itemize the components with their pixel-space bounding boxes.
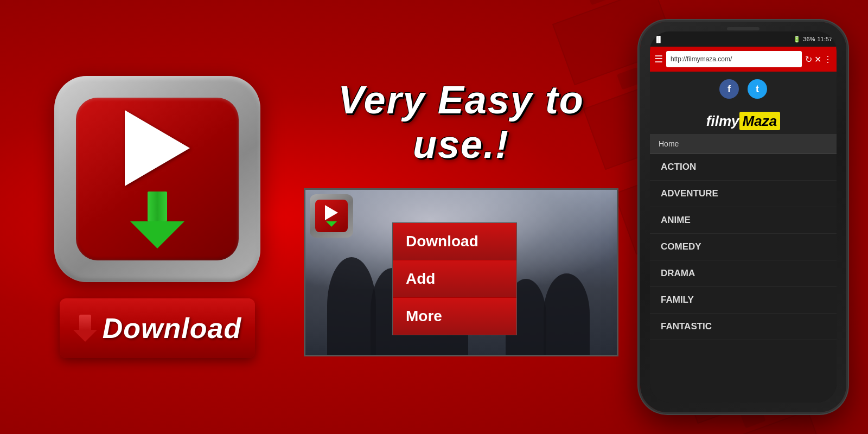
logo-maza-text: Maza xyxy=(739,112,781,130)
genre-item-family[interactable]: FAMILY xyxy=(650,287,837,314)
social-icons-row: f t xyxy=(650,72,837,106)
dl-arrow-bottom xyxy=(73,330,97,342)
url-text: http://filmymaza.com/ xyxy=(671,55,732,63)
genre-item-fantastic[interactable]: FANTASTIC xyxy=(650,314,837,340)
headline-text: Very Easy to use.! xyxy=(304,78,618,167)
download-btn-arrow-icon xyxy=(73,315,97,342)
context-menu-download[interactable]: Download xyxy=(393,223,516,260)
genre-list: ACTION ADVENTURE ANIME COMEDY DRAMA FAMI… xyxy=(650,154,837,340)
battery-icon: 🔋 xyxy=(793,36,801,43)
download-arrow-icon xyxy=(130,192,184,248)
url-bar[interactable]: http://filmymaza.com/ xyxy=(666,51,802,67)
genre-item-action[interactable]: ACTION xyxy=(650,154,837,181)
phone-mockup: ▐▌ 🔋 36% 11:57 ☰ http://filmymaza.com/ ↻… xyxy=(640,22,846,412)
app-icon-inner xyxy=(76,98,239,260)
right-section: ▐▌ 🔋 36% 11:57 ☰ http://filmymaza.com/ ↻… xyxy=(640,22,857,412)
person-silhouette-4 xyxy=(544,273,590,355)
twitter-icon[interactable]: t xyxy=(748,79,767,99)
context-menu: Download Add More xyxy=(392,222,517,335)
dl-arrow-top xyxy=(79,315,91,330)
battery-percent: 36% xyxy=(803,36,815,42)
logo-filmy-text: filmy xyxy=(706,113,739,129)
site-logo: filmyMaza xyxy=(650,106,837,134)
video-icon-inner xyxy=(315,200,348,232)
speaker-grille xyxy=(727,27,760,30)
home-nav-item[interactable]: Home xyxy=(650,134,837,154)
person-silhouette-1 xyxy=(327,257,376,355)
left-section: Download xyxy=(33,76,282,358)
close-icon[interactable]: ✕ xyxy=(814,54,821,65)
video-mockup: Download Add More xyxy=(304,188,618,356)
center-section: Very Easy to use.! xyxy=(282,78,640,356)
facebook-icon[interactable]: f xyxy=(719,79,739,99)
app-icon xyxy=(54,76,260,282)
refresh-icon[interactable]: ↻ xyxy=(805,54,812,65)
phone-screen: ▐▌ 🔋 36% 11:57 ☰ http://filmymaza.com/ ↻… xyxy=(650,31,837,403)
signal-icon: ▐▌ xyxy=(654,36,663,42)
status-bar: ▐▌ 🔋 36% 11:57 xyxy=(650,31,837,47)
genre-item-adventure[interactable]: ADVENTURE xyxy=(650,181,837,207)
status-bar-left: ▐▌ xyxy=(654,36,663,42)
hamburger-icon[interactable]: ☰ xyxy=(654,53,663,65)
genre-item-drama[interactable]: DRAMA xyxy=(650,260,837,287)
address-bar: ☰ http://filmymaza.com/ ↻ ✕ ⋮ xyxy=(650,47,837,72)
website-content: f t filmyMaza Home ACTION ADVENTURE ANIM… xyxy=(650,72,837,403)
small-dl-arrow-icon xyxy=(326,221,337,227)
context-menu-add[interactable]: Add xyxy=(393,260,516,298)
small-play-icon xyxy=(325,205,338,220)
play-triangle-icon xyxy=(125,110,190,186)
more-icon[interactable]: ⋮ xyxy=(824,54,832,65)
download-button-label: Download xyxy=(103,312,241,344)
arrow-shaft xyxy=(148,192,167,221)
browser-actions: ↻ ✕ ⋮ xyxy=(805,54,832,65)
download-button[interactable]: Download xyxy=(60,298,255,358)
main-content: Download Very Easy to use.! xyxy=(0,0,868,434)
context-menu-more[interactable]: More xyxy=(393,298,516,335)
arrow-head xyxy=(130,221,184,248)
time-display: 11:57 xyxy=(817,36,832,42)
genre-item-anime[interactable]: ANIME xyxy=(650,207,837,234)
genre-item-comedy[interactable]: COMEDY xyxy=(650,234,837,260)
video-app-icon-overlay xyxy=(310,194,353,238)
